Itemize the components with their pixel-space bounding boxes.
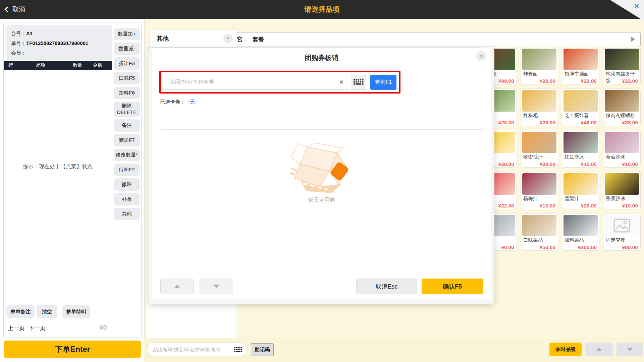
- order-footer-button[interactable]: 整单待叫: [62, 305, 90, 318]
- next-page-button[interactable]: 下一页: [29, 324, 46, 332]
- product-name: 杨梅汁: [523, 195, 555, 202]
- product-tile[interactable]: 雪梨汁 ¥28.00: [562, 172, 599, 209]
- product-tile[interactable]: 口味菜品 ¥50.00: [521, 213, 558, 251]
- action-button[interactable]: 补单: [114, 193, 140, 205]
- product-text: 香蕉沙冰 ¥10.00: [603, 195, 640, 209]
- keyboard-button[interactable]: [351, 75, 366, 90]
- product-price: ¥28.00: [498, 120, 514, 126]
- panel-divider: [112, 22, 112, 338]
- product-tile[interactable]: 榨菜肉丝煲仔饭 ¥22.00: [603, 47, 641, 84]
- action-button[interactable]: 修改数量*: [114, 149, 140, 161]
- action-button-column: 数量加+ 数量减- 折让F3 口味F5 加料F6 删除DELETE 备注 赠送F…: [112, 28, 141, 220]
- product-tile[interactable]: 招牌牛腩面 ¥22.00: [562, 47, 599, 84]
- action-button[interactable]: 数量加+: [114, 28, 140, 40]
- product-price: ¥28.00: [540, 120, 555, 126]
- category-tab[interactable]: 它: [237, 36, 243, 43]
- product-price: ¥300.00: [578, 244, 597, 250]
- action-button[interactable]: 删除DELETE: [114, 102, 140, 117]
- query-button[interactable]: 查询F1: [370, 75, 396, 90]
- window-close-icon[interactable]: ×: [634, 2, 639, 10]
- keyboard-icon[interactable]: [234, 347, 243, 353]
- product-tile[interactable]: 香蕉沙冰 ¥10.00: [603, 172, 641, 209]
- product-image: [605, 173, 639, 195]
- product-tile[interactable]: 蓝莓沙冰 ¥10.00: [603, 130, 641, 168]
- product-text: 蓝莓沙冰 ¥10.00: [603, 153, 640, 167]
- member-label: 会员：: [11, 50, 26, 56]
- order-panel: 台号：A1 单号：TF01250827093317980001 会员： 行 品项…: [3, 22, 142, 338]
- product-name: 芝士焗红薯: [565, 112, 597, 119]
- product-name: 蓝莓沙冰: [606, 154, 638, 160]
- product-tile[interactable]: 猪肉丸螺蛳粉 ¥38.00: [603, 88, 641, 126]
- category-tab[interactable]: 套餐: [253, 36, 264, 43]
- product-price: ¥28.00: [581, 203, 597, 209]
- item-search-input: [147, 343, 248, 356]
- product-tile[interactable]: 红豆沙冰 ¥15.00: [562, 130, 599, 168]
- order-footer-button[interactable]: 整单备注: [6, 305, 35, 318]
- mnemonic-code-button[interactable]: 助记码: [251, 343, 274, 356]
- confirm-button[interactable]: 确认F5: [422, 279, 483, 294]
- prev-page-button[interactable]: 上一页: [8, 324, 25, 332]
- product-name: 香蕉沙冰: [606, 195, 638, 202]
- clear-input-icon[interactable]: ✕: [339, 79, 344, 86]
- product-tile[interactable]: 炸酱面 ¥28.00: [521, 47, 558, 84]
- product-name: 加料菜品: [565, 237, 597, 243]
- order-column-header: 金额: [93, 62, 102, 68]
- product-text: 雪梨汁 ¥28.00: [562, 195, 599, 209]
- product-price: ¥46.00: [581, 120, 597, 126]
- product-price: ¥28.00: [540, 78, 555, 84]
- product-tile[interactable]: 哈密瓜汁 ¥28.00: [521, 130, 558, 168]
- product-price: ¥15.00: [581, 161, 597, 167]
- action-button[interactable]: 折让F3: [114, 57, 140, 70]
- chevron-right-icon[interactable]: [631, 37, 635, 42]
- action-button[interactable]: 加料F6: [114, 87, 140, 99]
- product-tile[interactable]: 固定套餐 ¥80.00: [603, 213, 641, 251]
- cancel-button[interactable]: 取消Esc: [356, 279, 417, 294]
- product-text: 炸酱面 ¥28.00: [521, 70, 558, 84]
- action-button[interactable]: 口味F5: [114, 72, 140, 84]
- action-button[interactable]: 赠送F7: [114, 134, 140, 146]
- item-search-field[interactable]: [147, 343, 247, 356]
- product-tile[interactable]: 加料菜品 ¥300.00: [562, 213, 599, 251]
- coupon-list-area: 暂无可用券: [160, 129, 483, 270]
- action-button[interactable]: 撤叫: [114, 178, 140, 191]
- product-image: [522, 90, 556, 112]
- product-name: 红豆沙冰: [565, 154, 597, 160]
- coupon-scroll-down-button[interactable]: [200, 279, 233, 294]
- order-footer-button[interactable]: 清空: [37, 305, 57, 318]
- action-button[interactable]: 其他: [114, 208, 140, 220]
- selected-coupons-value[interactable]: 无: [190, 99, 195, 105]
- order-table-header: 行 品项 数量 金额: [4, 61, 112, 70]
- submit-order-button[interactable]: 下单Enter: [4, 341, 141, 358]
- active-tab-other[interactable]: 其他 ✕: [150, 30, 237, 47]
- product-price: ¥0.00: [501, 244, 514, 250]
- voucher-input-field[interactable]: [165, 75, 348, 89]
- dialog-close-button[interactable]: ✕: [476, 51, 486, 61]
- product-image: [522, 132, 556, 153]
- action-button[interactable]: 数量减-: [114, 43, 140, 55]
- grid-scroll-up-button[interactable]: [585, 343, 613, 356]
- product-image: [564, 49, 598, 70]
- action-button[interactable]: 备注: [114, 119, 140, 132]
- product-tile[interactable]: 炸糍粑 ¥28.00: [521, 88, 558, 126]
- product-image: [605, 132, 639, 153]
- temp-item-button[interactable]: 临时品项: [549, 343, 582, 356]
- product-name: 猪肉丸螺蛳粉: [606, 112, 638, 119]
- product-tile[interactable]: 芝士焗红薯 ¥46.00: [562, 88, 599, 126]
- order-no-value: TF01250827093317980001: [26, 40, 88, 46]
- order-column-header: 品项: [36, 62, 45, 68]
- selected-coupons-row: 已选卡券： 无: [160, 99, 195, 105]
- product-price: ¥10.00: [622, 161, 638, 167]
- page-title: 请选择品项: [0, 0, 644, 19]
- triangle-down-icon: [627, 348, 633, 351]
- product-price: ¥10.00: [622, 203, 638, 209]
- table-no-value: A1: [26, 31, 33, 36]
- action-button[interactable]: 待叫F2: [114, 164, 140, 176]
- triangle-up-icon: [596, 348, 602, 351]
- order-column-header: 数量: [73, 62, 82, 68]
- product-name: 炸酱面: [523, 70, 555, 77]
- coupon-scroll-up-button[interactable]: [160, 279, 194, 294]
- grid-scroll-down-button[interactable]: [616, 343, 643, 356]
- tab-close-icon[interactable]: ✕: [223, 34, 232, 43]
- order-status-hint: 提示：现在处于【点菜】状态: [4, 163, 112, 170]
- product-tile[interactable]: 杨梅汁 ¥10.00: [521, 172, 558, 209]
